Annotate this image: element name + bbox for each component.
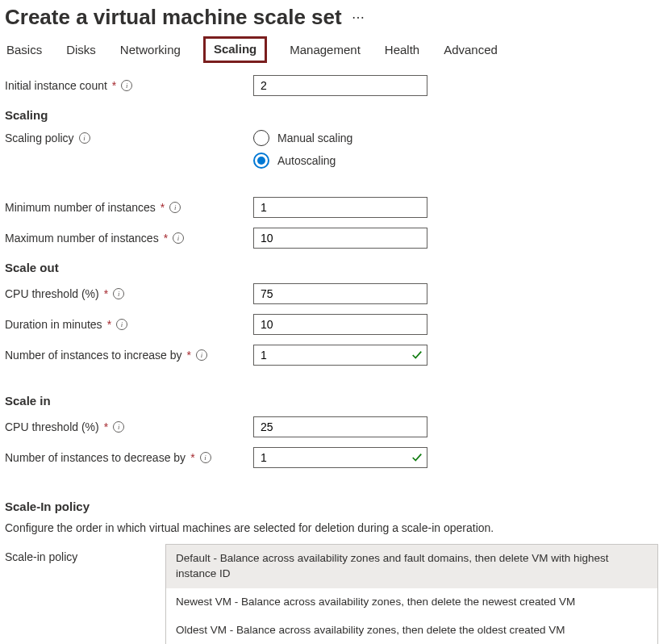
initial-instance-label: Initial instance count bbox=[5, 79, 107, 92]
info-icon[interactable]: i bbox=[79, 132, 90, 144]
scale-in-section-title: Scale in bbox=[5, 394, 658, 408]
info-icon[interactable]: i bbox=[196, 349, 207, 361]
info-icon[interactable]: i bbox=[173, 232, 184, 244]
in-decrease-label: Number of instances to decrease by bbox=[5, 451, 186, 464]
required-indicator: * bbox=[190, 451, 194, 464]
required-indicator: * bbox=[186, 349, 190, 362]
tab-disks[interactable]: Disks bbox=[65, 40, 98, 60]
min-instances-label: Minimum number of instances bbox=[5, 201, 156, 214]
radio-icon bbox=[253, 153, 269, 169]
radio-manual-label: Manual scaling bbox=[277, 132, 352, 144]
tab-health[interactable]: Health bbox=[383, 40, 421, 60]
info-icon[interactable]: i bbox=[121, 80, 132, 91]
check-icon bbox=[411, 349, 423, 361]
radio-auto-label: Autoscaling bbox=[277, 154, 336, 167]
required-indicator: * bbox=[161, 201, 165, 214]
required-indicator: * bbox=[104, 420, 108, 433]
in-cpu-input[interactable] bbox=[253, 416, 427, 437]
max-instances-label: Maximum number of instances bbox=[5, 232, 159, 245]
out-increase-label: Number of instances to increase by bbox=[5, 349, 181, 362]
info-icon[interactable]: i bbox=[116, 319, 127, 330]
info-icon[interactable]: i bbox=[169, 202, 181, 213]
scaling-policy-label: Scaling policy bbox=[5, 132, 74, 144]
check-icon bbox=[411, 452, 423, 463]
info-icon[interactable]: i bbox=[113, 288, 124, 299]
tab-scaling[interactable]: Scaling bbox=[203, 36, 267, 63]
more-icon[interactable]: ⋯ bbox=[352, 10, 365, 28]
scale-in-policy-section-title: Scale-In policy bbox=[5, 500, 658, 513]
tab-networking[interactable]: Networking bbox=[119, 40, 182, 60]
out-increase-input[interactable] bbox=[253, 345, 427, 366]
page-title: Create a virtual machine scale set bbox=[5, 5, 342, 30]
in-cpu-label: CPU threshold (%) bbox=[5, 420, 99, 433]
radio-manual-scaling[interactable]: Manual scaling bbox=[253, 130, 352, 146]
out-duration-input[interactable] bbox=[253, 314, 427, 335]
scaling-section-title: Scaling bbox=[5, 108, 658, 122]
initial-instance-input[interactable] bbox=[253, 75, 427, 96]
info-icon[interactable]: i bbox=[113, 421, 124, 433]
scale-in-policy-dropdown[interactable]: Default - Balance across availability zo… bbox=[165, 544, 658, 644]
tabs: Basics Disks Networking Scaling Manageme… bbox=[5, 40, 658, 60]
required-indicator: * bbox=[107, 318, 111, 331]
tab-advanced[interactable]: Advanced bbox=[442, 40, 499, 60]
scale-in-policy-description: Configure the order in which virtual mac… bbox=[5, 521, 658, 534]
tab-basics[interactable]: Basics bbox=[5, 40, 44, 60]
radio-icon bbox=[253, 130, 269, 146]
dropdown-option-newest[interactable]: Newest VM - Balance across availability … bbox=[166, 588, 657, 617]
out-cpu-input[interactable] bbox=[253, 283, 427, 304]
required-indicator: * bbox=[112, 79, 116, 92]
max-instances-input[interactable] bbox=[253, 228, 427, 249]
dropdown-option-oldest[interactable]: Oldest VM - Balance across availability … bbox=[166, 617, 657, 644]
tab-management[interactable]: Management bbox=[288, 40, 362, 60]
out-duration-label: Duration in minutes bbox=[5, 318, 102, 331]
required-indicator: * bbox=[104, 287, 108, 300]
info-icon[interactable]: i bbox=[200, 452, 211, 463]
required-indicator: * bbox=[164, 232, 168, 245]
out-cpu-label: CPU threshold (%) bbox=[5, 287, 99, 300]
dropdown-option-default[interactable]: Default - Balance across availability zo… bbox=[166, 545, 657, 588]
min-instances-input[interactable] bbox=[253, 197, 427, 218]
radio-autoscaling[interactable]: Autoscaling bbox=[253, 153, 352, 169]
scale-out-section-title: Scale out bbox=[5, 261, 658, 274]
in-decrease-input[interactable] bbox=[253, 447, 427, 468]
scale-in-policy-label: Scale-in policy bbox=[5, 550, 77, 563]
